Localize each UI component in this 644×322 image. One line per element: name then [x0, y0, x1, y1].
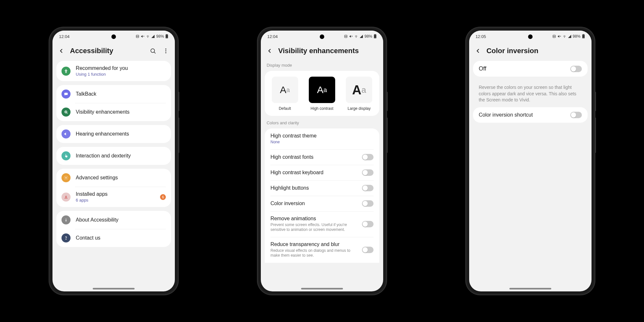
setting-sub: Prevent some screen effects. Useful if y…: [270, 223, 358, 232]
mode-label: High contrast: [311, 106, 334, 111]
item-sub: 6 apps: [76, 198, 155, 203]
toggle-hc-keyboard[interactable]: [362, 169, 374, 176]
card-display-modes: Aa Default Aa High contrast Aa Large dis…: [265, 71, 379, 116]
row-highlight[interactable]: Highlight buttons: [265, 180, 379, 196]
card-shortcut: Color inversion shortcut: [473, 107, 588, 123]
card-hearing: Hearing enhancements: [56, 125, 171, 143]
item-interaction[interactable]: Interaction and dexterity: [56, 147, 171, 165]
svg-point-10: [166, 50, 166, 51]
item-label: Installed apps: [76, 191, 155, 197]
item-advanced[interactable]: Advanced settings: [56, 169, 171, 187]
setting-sub: None: [270, 140, 374, 145]
mode-preview-default: Aa: [272, 77, 298, 103]
talkback-icon: [62, 90, 71, 99]
battery-pct: 98%: [365, 34, 372, 39]
svg-line-15: [67, 113, 68, 114]
card-group-3: About Accessibility Contact us: [56, 211, 171, 247]
svg-rect-35: [582, 35, 584, 38]
row-color-inversion[interactable]: Color inversion: [265, 196, 379, 211]
item-label: Hearing enhancements: [76, 131, 129, 137]
toggle-highlight[interactable]: [362, 185, 374, 191]
mode-large[interactable]: Aa Large display: [346, 77, 372, 111]
svg-rect-27: [374, 34, 375, 35]
card-interaction: Interaction and dexterity: [56, 147, 171, 165]
battery-pct: 98%: [156, 34, 164, 39]
content-area[interactable]: Recommended for you Using 1 function Tal…: [52, 61, 175, 286]
mode-default[interactable]: Aa Default: [272, 77, 298, 111]
row-off[interactable]: Off: [473, 61, 588, 77]
setting-label: Reduce transparency and blur: [270, 242, 358, 247]
item-text: Installed apps 6 apps: [76, 191, 155, 203]
row-shortcut[interactable]: Color inversion shortcut: [473, 107, 588, 123]
item-about[interactable]: About Accessibility: [56, 211, 171, 229]
content-area[interactable]: Display mode Aa Default Aa High contrast…: [261, 61, 383, 286]
setting-label: Highlight buttons: [270, 185, 358, 191]
back-icon[interactable]: [58, 47, 65, 54]
row-hc-fonts[interactable]: High contrast fonts: [265, 149, 379, 165]
row-hc-keyboard[interactable]: High contrast keyboard: [265, 165, 379, 180]
section-colors: Colors and clarity: [261, 118, 383, 128]
more-icon[interactable]: [162, 47, 170, 55]
setting-label: High contrast theme: [270, 133, 374, 139]
visibility-icon: [62, 108, 71, 117]
page-title: Visibility enhancements: [278, 47, 378, 55]
setting-label: Remove animations: [270, 216, 358, 222]
item-label: About Accessibility: [76, 217, 118, 223]
mode-high-contrast[interactable]: Aa High contrast: [309, 77, 335, 111]
phone-frame-1: 12:04 98% Accessibility: [49, 27, 178, 295]
item-label: TalkBack: [76, 91, 96, 97]
svg-rect-34: [583, 34, 584, 35]
row-animations[interactable]: Remove animations Prevent some screen ef…: [265, 211, 379, 237]
item-hearing[interactable]: Hearing enhancements: [56, 125, 171, 143]
status-icons: 98%: [344, 34, 377, 39]
svg-point-32: [564, 37, 564, 38]
back-icon[interactable]: [266, 47, 273, 54]
interaction-icon: [62, 151, 71, 160]
mode-label: Default: [279, 106, 291, 111]
screen-1: 12:04 98% Accessibility: [52, 31, 175, 291]
search-icon[interactable]: [149, 47, 157, 55]
badge-count: 6: [160, 194, 166, 200]
item-installed[interactable]: Installed apps 6 apps 6: [56, 187, 171, 207]
svg-rect-13: [64, 93, 68, 95]
home-indicator[interactable]: [509, 288, 551, 289]
svg-line-8: [154, 52, 156, 53]
status-time: 12:04: [267, 34, 278, 39]
svg-rect-28: [374, 35, 376, 38]
download-icon: [62, 193, 71, 202]
toggle-animations[interactable]: [362, 221, 374, 227]
svg-rect-5: [166, 34, 167, 35]
toggle-main[interactable]: [570, 66, 582, 72]
toggle-hc-fonts[interactable]: [362, 154, 374, 160]
toggle-inversion[interactable]: [362, 200, 374, 207]
header: Accessibility: [52, 42, 175, 61]
item-label: Contact us: [76, 235, 100, 241]
item-label: Recommended for you: [76, 65, 166, 71]
content-area[interactable]: Off Reverse the colors on your screen so…: [469, 61, 592, 286]
item-label: Interaction and dexterity: [76, 153, 131, 159]
card-recommended: Recommended for you Using 1 function: [56, 61, 171, 81]
item-talkback[interactable]: TalkBack: [56, 85, 171, 103]
hearing-icon: [62, 129, 71, 138]
item-recommended[interactable]: Recommended for you Using 1 function: [56, 61, 171, 81]
info-icon: [62, 215, 71, 224]
gear-icon: [62, 173, 71, 182]
toggle-blur[interactable]: [362, 247, 374, 253]
camera-cutout: [528, 34, 533, 39]
shortcut-label: Color inversion shortcut: [479, 112, 566, 118]
svg-point-25: [356, 37, 356, 38]
home-indicator[interactable]: [301, 288, 343, 289]
home-indicator[interactable]: [93, 288, 135, 289]
accessibility-icon: [62, 67, 71, 76]
item-visibility[interactable]: Visibility enhancements: [56, 103, 171, 121]
screen-3: 12:05 98% Color inversion Off: [469, 31, 592, 291]
mode-preview-large: Aa: [346, 77, 372, 103]
row-hc-theme[interactable]: High contrast theme None: [265, 128, 379, 149]
svg-point-18: [66, 177, 67, 178]
description-text: Reverse the colors on your screen so tha…: [473, 80, 588, 107]
toggle-shortcut[interactable]: [570, 112, 582, 118]
back-icon[interactable]: [474, 47, 481, 54]
camera-cutout: [111, 34, 116, 39]
item-contact[interactable]: Contact us: [56, 229, 171, 247]
row-blur[interactable]: Reduce transparency and blur Reduce visu…: [265, 237, 379, 263]
